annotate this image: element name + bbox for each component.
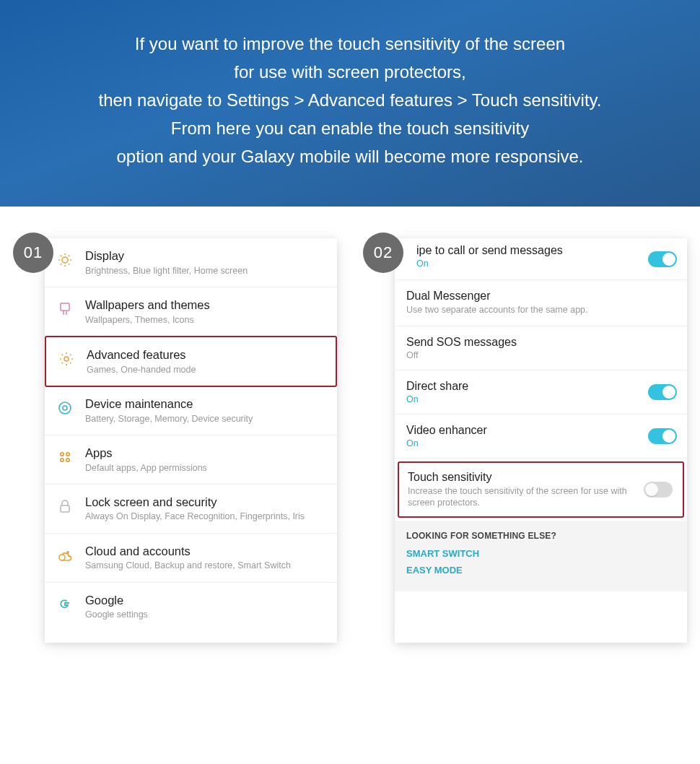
svg-point-10 bbox=[59, 555, 65, 560]
advanced-item-subtitle: Use two separate accounts for the same a… bbox=[406, 304, 675, 316]
settings-item-title: Advanced features bbox=[87, 347, 325, 363]
step-badge-02: 02 bbox=[363, 233, 403, 273]
settings-item-subtitle: Games, One-handed mode bbox=[87, 364, 325, 376]
settings-item-title: Apps bbox=[85, 446, 327, 461]
settings-item-display[interactable]: DisplayBrightness, Blue light filter, Ho… bbox=[45, 238, 337, 287]
advanced-item-state: Off bbox=[406, 350, 675, 360]
maintenance-icon bbox=[55, 398, 75, 418]
advanced-item-subtitle: Increase the touch sensitivity of the sc… bbox=[408, 485, 674, 509]
settings-item-apps[interactable]: AppsDefault apps, App permissions bbox=[45, 435, 337, 485]
svg-point-7 bbox=[61, 459, 64, 461]
advanced-item-title: Video enhancer bbox=[406, 424, 675, 437]
step-panel-01: 01 DisplayBrightness, Blue light filter,… bbox=[13, 238, 337, 643]
google-icon bbox=[55, 594, 75, 615]
step-badge-01: 01 bbox=[13, 233, 53, 273]
settings-item-title: Lock screen and security bbox=[85, 495, 327, 510]
lock-icon bbox=[55, 496, 75, 516]
svg-point-2 bbox=[64, 357, 69, 361]
settings-item-wallpaper[interactable]: Wallpapers and themesWallpapers, Themes,… bbox=[45, 287, 337, 337]
advanced-item-title: Touch sensitivity bbox=[408, 471, 674, 484]
settings-screen: DisplayBrightness, Blue light filter, Ho… bbox=[45, 238, 337, 643]
svg-point-3 bbox=[59, 402, 71, 414]
svg-rect-9 bbox=[61, 505, 69, 512]
settings-item-subtitle: Always On Display, Face Recognition, Fin… bbox=[85, 511, 327, 522]
svg-rect-1 bbox=[61, 303, 69, 311]
banner-line: From here you can enable the touch sensi… bbox=[22, 115, 678, 143]
advanced-item-state: On bbox=[406, 259, 675, 269]
toggle-switch[interactable] bbox=[644, 482, 673, 498]
svg-point-5 bbox=[61, 453, 64, 456]
svg-point-0 bbox=[62, 257, 68, 263]
settings-item-subtitle: Brightness, Blue light filter, Home scre… bbox=[85, 265, 327, 277]
cloud-icon bbox=[55, 545, 75, 565]
settings-item-maintenance[interactable]: Device maintenanceBattery, Storage, Memo… bbox=[45, 386, 337, 435]
svg-point-6 bbox=[66, 453, 69, 456]
advanced-item-send-sos-messages[interactable]: Send SOS messagesOff bbox=[395, 326, 687, 370]
advanced-item-dual-messenger[interactable]: Dual MessengerUse two separate accounts … bbox=[395, 280, 687, 326]
advanced-item-video-enhancer[interactable]: Video enhancerOn bbox=[395, 414, 687, 459]
banner-line: If you want to improve the touch sensiti… bbox=[22, 30, 678, 58]
svg-point-11 bbox=[67, 551, 69, 552]
settings-item-google[interactable]: GoogleGoogle settings bbox=[45, 583, 337, 631]
advanced-item-state: On bbox=[406, 394, 675, 404]
settings-item-subtitle: Google settings bbox=[85, 609, 327, 620]
settings-item-lock[interactable]: Lock screen and securityAlways On Displa… bbox=[45, 485, 337, 534]
settings-item-subtitle: Battery, Storage, Memory, Device securit… bbox=[85, 413, 327, 425]
settings-item-title: Device maintenance bbox=[85, 396, 327, 412]
toggle-switch[interactable] bbox=[648, 384, 677, 400]
advanced-item-ipe-to-call-or-send-messages[interactable]: ipe to call or send messagesOn bbox=[395, 238, 687, 280]
advanced-item-title: Dual Messenger bbox=[406, 290, 675, 303]
footer-link-smart-switch[interactable]: SMART SWITCH bbox=[406, 548, 675, 559]
settings-item-advanced[interactable]: Advanced featuresGames, One-handed mode bbox=[45, 336, 337, 387]
advanced-item-direct-share[interactable]: Direct shareOn bbox=[395, 370, 687, 414]
banner-line: for use with screen protectors, bbox=[22, 58, 678, 87]
footer-link-easy-mode[interactable]: EASY MODE bbox=[406, 565, 675, 576]
advanced-item-touch-sensitivity[interactable]: Touch sensitivityIncrease the touch sens… bbox=[398, 461, 684, 518]
banner-line: option and your Galaxy mobile will becom… bbox=[22, 143, 678, 171]
wallpaper-icon bbox=[55, 299, 75, 319]
advanced-item-title: Send SOS messages bbox=[406, 336, 675, 349]
settings-item-subtitle: Samsung Cloud, Backup and restore, Smart… bbox=[85, 560, 327, 571]
advanced-item-title: Direct share bbox=[406, 380, 675, 393]
footer-heading: LOOKING FOR SOMETHING ELSE? bbox=[406, 531, 675, 541]
svg-point-8 bbox=[66, 459, 69, 461]
advanced-item-state: On bbox=[406, 438, 675, 448]
settings-item-title: Cloud and accounts bbox=[85, 544, 327, 559]
advanced-item-title: ipe to call or send messages bbox=[406, 244, 675, 257]
settings-item-title: Google bbox=[85, 593, 327, 608]
settings-item-title: Display bbox=[85, 248, 327, 264]
banner-line: then navigate to Settings > Advanced fea… bbox=[22, 87, 678, 115]
settings-item-cloud[interactable]: Cloud and accountsSamsung Cloud, Backup … bbox=[45, 534, 337, 583]
settings-item-subtitle: Default apps, App permissions bbox=[85, 462, 327, 474]
toggle-switch[interactable] bbox=[648, 251, 677, 267]
advanced-icon bbox=[56, 349, 76, 369]
toggle-switch[interactable] bbox=[648, 428, 677, 444]
instruction-banner: If you want to improve the touch sensiti… bbox=[0, 0, 700, 207]
advanced-features-screen: ipe to call or send messagesOnDual Messe… bbox=[395, 238, 687, 643]
svg-point-4 bbox=[63, 406, 67, 410]
display-icon bbox=[55, 250, 75, 270]
looking-for-footer: LOOKING FOR SOMETHING ELSE?SMART SWITCHE… bbox=[395, 521, 687, 591]
settings-item-title: Wallpapers and themes bbox=[85, 298, 327, 313]
settings-item-subtitle: Wallpapers, Themes, Icons bbox=[85, 314, 327, 326]
apps-icon bbox=[55, 447, 75, 467]
step-panel-02: 02 ipe to call or send messagesOnDual Me… bbox=[363, 238, 687, 643]
